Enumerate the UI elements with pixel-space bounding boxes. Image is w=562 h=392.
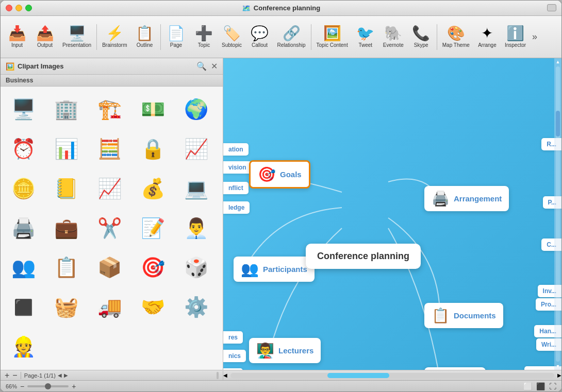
partial-node-ledge[interactable]: ledge — [223, 201, 250, 214]
input-label: Input — [11, 42, 23, 48]
h-scroll-track[interactable] — [230, 373, 554, 378]
list-item[interactable]: ⏰ — [5, 130, 42, 167]
list-item[interactable]: ⚙️ — [177, 288, 214, 326]
outline-button[interactable]: 📋 Outline — [131, 19, 158, 56]
list-item[interactable]: 🏢 — [48, 91, 85, 128]
list-item[interactable]: 🧮 — [91, 130, 128, 167]
tweet-icon: 🐦 — [356, 26, 374, 41]
page-button[interactable]: 📄 Page — [163, 19, 190, 56]
list-item[interactable]: 🎯 — [134, 249, 171, 286]
list-item[interactable]: 💼 — [48, 210, 85, 247]
list-item[interactable]: 👨‍💼 — [177, 210, 214, 247]
toolbar-separator-2 — [160, 24, 161, 50]
goals-node[interactable]: 🎯 Goals — [249, 160, 310, 189]
callout-button[interactable]: 💬 Callout — [246, 19, 273, 56]
callout-label: Callout — [252, 42, 268, 48]
list-item[interactable]: 🧺 — [48, 288, 85, 326]
map-theme-button[interactable]: 🎨 Map Theme — [439, 19, 473, 56]
view-split-button[interactable]: ⬛ — [536, 382, 545, 390]
map-theme-icon: 🎨 — [447, 26, 465, 41]
partial-node-ation[interactable]: ation — [223, 143, 249, 156]
mindmap-canvas[interactable]: ation vision nflict ledge res nics res 🎯… — [223, 58, 561, 370]
skype-button[interactable]: 📞 Skype — [408, 19, 435, 56]
clipart-panel: 🖼️ Clipart Images 🔍 ✕ Business 🖥️ 🏢 🏗️ 💵… — [1, 58, 223, 370]
list-item[interactable]: 📒 — [48, 170, 85, 207]
list-item[interactable]: 👥 — [5, 249, 42, 286]
scroll-up-arrow[interactable]: ▲ — [555, 58, 561, 65]
maximize-button[interactable] — [25, 5, 32, 11]
tweet-label: Tweet — [358, 42, 372, 48]
output-button[interactable]: 📤 Output — [31, 19, 58, 56]
evernote-button[interactable]: 🐘 Evernote — [380, 19, 407, 56]
topic-icon: ➕ — [195, 26, 213, 41]
arrival-node[interactable]: 🚌 Arrival — [424, 367, 486, 370]
status-icon-expand[interactable]: ⛶ — [549, 382, 556, 390]
view-single-button[interactable]: ⬜ — [523, 382, 532, 390]
zoom-minus-button[interactable]: − — [20, 382, 24, 390]
topic-content-button[interactable]: 🖼️ Topic Content — [313, 19, 351, 56]
page-next-button[interactable]: ▶ — [64, 372, 68, 378]
list-item[interactable]: 💻 — [177, 170, 214, 207]
list-item[interactable]: 🖥️ — [5, 91, 42, 128]
list-item[interactable]: 🎲 — [177, 249, 214, 286]
panel-resize-handle[interactable] — [217, 372, 219, 379]
list-item[interactable]: 🤝 — [134, 288, 171, 326]
topic-button[interactable]: ➕ Topic — [191, 19, 218, 56]
zoom-plus-button[interactable]: + — [72, 382, 76, 390]
window-zoom-button[interactable] — [547, 4, 556, 11]
partial-node-nics[interactable]: nics — [223, 350, 246, 362]
list-item[interactable]: 📈 — [91, 170, 128, 207]
list-item[interactable]: 🚚 — [91, 288, 128, 326]
list-item[interactable]: 💵 — [134, 91, 171, 128]
partial-node-res1[interactable]: res — [223, 331, 243, 344]
partial-node-nflict[interactable]: nflict — [223, 182, 249, 194]
lecturers-node[interactable]: 👨‍🏫 Lecturers — [249, 338, 321, 363]
tweet-button[interactable]: 🐦 Tweet — [352, 19, 379, 56]
presentation-button[interactable]: 🖥️ Presentation — [59, 19, 94, 56]
zoom-slider-track[interactable] — [27, 385, 69, 387]
zoom-slider-thumb[interactable] — [45, 383, 51, 389]
list-item[interactable]: 📝 — [134, 210, 171, 247]
relationship-button[interactable]: 🔗 Relationship — [274, 19, 309, 56]
list-item[interactable]: 📋 — [48, 249, 85, 286]
list-item[interactable]: 📊 — [48, 130, 85, 167]
h-scroll-right-button[interactable]: ▶ — [557, 372, 561, 378]
list-item[interactable]: 👷 — [5, 328, 42, 365]
main-area: 🖼️ Clipart Images 🔍 ✕ Business 🖥️ 🏢 🏗️ 💵… — [1, 58, 561, 370]
close-button[interactable] — [6, 5, 12, 11]
vertical-scrollbar[interactable]: ▲ ▼ — [554, 58, 561, 370]
arrange-button[interactable]: ✦ Arrange — [474, 19, 501, 56]
arrangement-node[interactable]: 🖨️ Arrangement — [424, 186, 509, 211]
remove-page-button[interactable]: − — [12, 371, 17, 380]
list-item[interactable]: 🏗️ — [91, 91, 128, 128]
scroll-down-arrow[interactable]: ▼ — [555, 363, 561, 370]
subtopic-button[interactable]: 🏷️ Subtopic — [219, 19, 245, 56]
list-item[interactable]: ⬛ — [5, 288, 42, 326]
participants-node[interactable]: 👥 Participants — [234, 257, 315, 282]
h-scroll-thumb[interactable] — [327, 373, 389, 378]
documents-node[interactable]: 📋 Documents — [424, 303, 503, 328]
list-item[interactable]: 🔒 — [134, 130, 171, 167]
list-item[interactable]: ✂️ — [91, 210, 128, 247]
brainstorm-button[interactable]: ⚡ Brainstorm — [99, 19, 130, 56]
page-prev-button[interactable]: ◀ — [58, 372, 62, 378]
list-item[interactable]: 🌍 — [177, 91, 214, 128]
list-item[interactable]: 🪙 — [5, 170, 42, 207]
list-item[interactable]: 📈 — [177, 130, 214, 167]
partial-node-vision[interactable]: vision — [223, 161, 252, 174]
clipart-search-button[interactable]: 🔍 — [196, 61, 207, 71]
list-item[interactable]: 🖨️ — [5, 210, 42, 247]
clipart-close-button[interactable]: ✕ — [211, 61, 218, 71]
scroll-thumb[interactable] — [556, 111, 560, 137]
partial-node-res2[interactable]: res — [223, 368, 243, 370]
add-page-button[interactable]: + — [5, 371, 9, 380]
h-scroll-left-button[interactable]: ◀ — [223, 372, 227, 378]
inspector-button[interactable]: ℹ️ Inspector — [502, 19, 529, 56]
central-node[interactable]: Conference planning — [306, 244, 421, 269]
list-item[interactable]: 💰 — [134, 170, 171, 207]
list-item[interactable]: 📦 — [91, 249, 128, 286]
page-info: Page-1 (1/1) ◀ ▶ — [24, 372, 68, 379]
input-button[interactable]: 📥 Input — [4, 19, 30, 56]
minimize-button[interactable] — [15, 5, 22, 11]
toolbar-more-button[interactable]: » — [530, 29, 539, 44]
